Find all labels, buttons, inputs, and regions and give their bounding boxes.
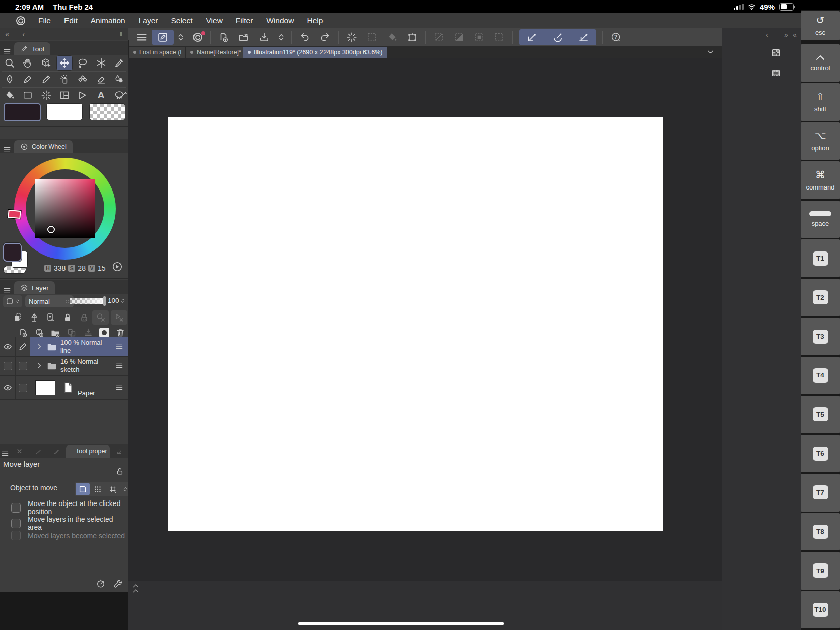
menu-file[interactable]: File: [38, 16, 51, 25]
key-t4[interactable]: T4: [801, 357, 840, 394]
key-t9[interactable]: T9: [801, 552, 840, 589]
tab-tool-property[interactable]: Tool proper: [66, 445, 110, 458]
menu-view[interactable]: View: [206, 16, 223, 25]
new-document-button[interactable]: [214, 30, 234, 45]
tab-sub-tool-b[interactable]: [29, 445, 47, 458]
draft-layer-button[interactable]: [42, 310, 59, 325]
redo-button[interactable]: [315, 30, 335, 45]
key-t2[interactable]: T2: [801, 279, 840, 316]
pen-tool[interactable]: [2, 72, 17, 86]
key-t6[interactable]: T6: [801, 435, 840, 472]
expand-panel-chevrons-icon[interactable]: [133, 584, 139, 593]
key-space[interactable]: space: [801, 201, 840, 238]
help-button[interactable]: [606, 30, 626, 45]
menu-layer[interactable]: Layer: [139, 16, 158, 25]
tool-settings-icon[interactable]: [113, 579, 123, 589]
move-layer-tool-selected[interactable]: [57, 56, 72, 70]
key-t5[interactable]: T5: [801, 396, 840, 433]
dock-collapse-icon[interactable]: «: [793, 31, 797, 39]
key-t3[interactable]: T3: [801, 318, 840, 355]
text-tool[interactable]: A: [94, 88, 109, 102]
blend-mode-dropdown[interactable]: Normal: [25, 295, 74, 307]
key-esc[interactable]: ↺ esc: [801, 11, 840, 40]
move-layer-option-button[interactable]: [76, 483, 90, 495]
operation-3d-tool[interactable]: [39, 56, 54, 70]
tab-sub-tool-c[interactable]: [47, 445, 66, 458]
option-checkbox-row[interactable]: Move layers in the selected area: [11, 515, 128, 531]
main-color-swatch[interactable]: [4, 103, 41, 121]
layer-menu-icon[interactable]: [115, 362, 123, 370]
snap-to-special-ruler-button[interactable]: [545, 29, 570, 45]
key-command[interactable]: ⌘ command: [801, 161, 840, 199]
clear-button[interactable]: [342, 30, 362, 45]
layer-menu-icon[interactable]: [115, 343, 123, 351]
color-history-icon[interactable]: [112, 261, 123, 272]
edit-tool-button[interactable]: [152, 30, 174, 45]
timeline-palette-icon[interactable]: [771, 68, 781, 78]
zoom-tool[interactable]: [2, 56, 17, 70]
unlock-icon[interactable]: [115, 467, 124, 476]
selection-border-button[interactable]: [469, 30, 489, 45]
layer-row-line[interactable]: 100 % Normalline: [0, 337, 128, 357]
dock-back-chevron-icon[interactable]: ‹: [766, 31, 768, 39]
save-document-button[interactable]: [254, 30, 274, 45]
menu-edit[interactable]: Edit: [64, 16, 78, 25]
marker-tool[interactable]: [20, 72, 35, 86]
open-document-button[interactable]: [234, 30, 254, 45]
command-bar-menu-icon[interactable]: [132, 30, 152, 45]
transform-button[interactable]: [402, 30, 422, 45]
undo-button[interactable]: [295, 30, 315, 45]
reference-layer-button[interactable]: [26, 310, 42, 325]
move-grid-option-button[interactable]: [106, 483, 120, 495]
layer-edit-checkbox[interactable]: [19, 362, 27, 370]
foreground-color-swatch[interactable]: [3, 243, 22, 262]
blend-tool[interactable]: [112, 72, 127, 86]
tab-sub-tool-d[interactable]: [110, 445, 128, 458]
figure-saturated-line-tool[interactable]: [39, 88, 54, 102]
hue-selector[interactable]: [8, 210, 21, 219]
checkbox[interactable]: [11, 503, 21, 513]
canvas-document[interactable]: [168, 117, 663, 531]
tab-layer[interactable]: Layer: [14, 281, 55, 294]
menu-help[interactable]: Help: [307, 16, 323, 25]
document-tab[interactable]: Name[Restore]*: [186, 47, 243, 58]
tab-tool[interactable]: Tool: [14, 42, 50, 55]
expand-folder-icon[interactable]: [35, 343, 43, 351]
key-option[interactable]: ⌥ option: [801, 122, 840, 160]
option-checkbox-row[interactable]: Move the object at the clicked position: [11, 499, 128, 516]
lock-transparent-pixels-button[interactable]: [76, 310, 92, 325]
expand-folder-icon[interactable]: [35, 362, 43, 370]
snap-to-grid-button[interactable]: [570, 29, 596, 45]
save-options-chevrons-icon[interactable]: [274, 30, 288, 45]
selection-tool[interactable]: [75, 56, 90, 70]
sub-color-swatch[interactable]: [46, 103, 83, 120]
tab-color-wheel[interactable]: Color Wheel: [14, 140, 73, 153]
snap-to-ruler-button[interactable]: [519, 29, 545, 45]
clip-studio-home-button[interactable]: [188, 30, 207, 45]
layer-edit-checkbox[interactable]: [19, 384, 27, 392]
fill-tool[interactable]: [2, 88, 17, 102]
tab-list-chevron-icon[interactable]: [706, 48, 715, 58]
document-tab[interactable]: Lost in space (L: [128, 47, 186, 58]
frame-border-tool[interactable]: [57, 88, 72, 102]
home-indicator[interactable]: [298, 622, 504, 625]
invert-selection-button[interactable]: [449, 30, 469, 45]
lock-layer-button[interactable]: [59, 310, 76, 325]
layer-combine-button[interactable]: [3, 295, 22, 307]
layer-panel-menu-icon[interactable]: [0, 286, 14, 294]
move-tone-option-button[interactable]: [91, 483, 105, 495]
layer-menu-icon[interactable]: [115, 384, 123, 392]
deselect-button[interactable]: [362, 30, 382, 45]
selection-launcher-button[interactable]: [489, 30, 509, 45]
key-t8[interactable]: T8: [801, 513, 840, 550]
dock-grip-handle[interactable]: ‖: [120, 30, 121, 38]
dock-expand-icon[interactable]: »: [784, 31, 788, 39]
enable-mask-button[interactable]: [92, 310, 109, 325]
layer-row-paper[interactable]: Paper: [0, 376, 128, 400]
tool-switch-chevrons-icon[interactable]: [174, 30, 188, 45]
layer-visibility-checkbox[interactable]: [4, 362, 12, 370]
opacity-stepper-icon[interactable]: [120, 296, 126, 305]
key-control[interactable]: control: [801, 44, 840, 82]
gradient-tool[interactable]: [20, 88, 35, 102]
menu-filter[interactable]: Filter: [236, 16, 253, 25]
